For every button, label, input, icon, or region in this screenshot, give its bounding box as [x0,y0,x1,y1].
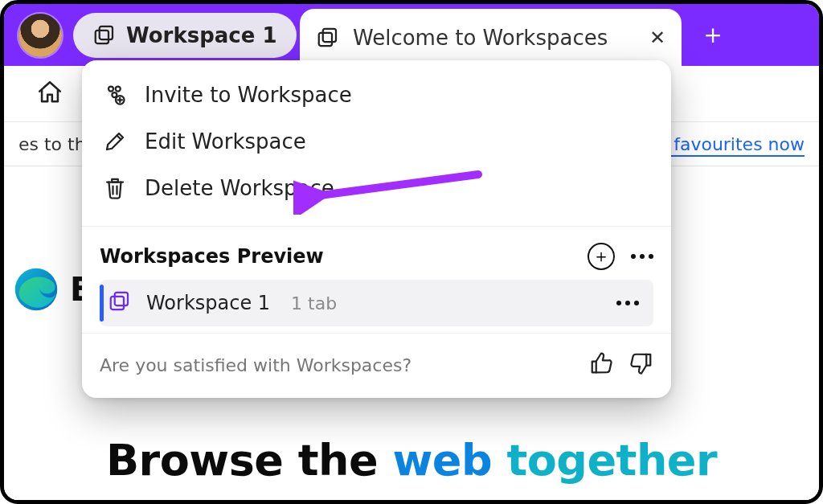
close-tab-button[interactable]: ✕ [649,27,665,49]
svg-rect-1 [96,30,109,43]
more-button[interactable] [631,254,653,259]
thumbs-down-button[interactable] [629,351,653,379]
svg-rect-2 [323,28,336,41]
workspace-tab-count: 1 tab [291,293,602,313]
menu-item-invite[interactable]: Invite to Workspace [88,72,665,118]
workspace-chip-label: Workspace 1 [126,23,277,47]
thumbs-up-button[interactable] [589,351,613,379]
headline-part-teal: together [506,435,717,486]
home-button[interactable] [36,79,63,109]
svg-rect-3 [319,32,332,45]
edge-logo-icon [14,267,59,312]
feedback-row: Are you satisfied with Workspaces? [82,333,671,398]
thumbs-up-icon [589,351,613,375]
workspace-icon [92,23,117,47]
workspace-row[interactable]: Workspace 1 1 tab [100,280,653,326]
svg-point-5 [109,87,113,92]
svg-point-6 [116,87,121,92]
headline-part-blue: web [392,435,506,486]
add-workspace-button[interactable]: ＋ [588,243,615,270]
favourites-link[interactable]: e favourites now [657,134,805,154]
workspace-chip[interactable]: Workspace 1 [73,13,297,58]
people-add-icon [103,83,127,107]
menu-item-delete[interactable]: Delete Workspace [88,165,665,211]
tab-title: Welcome to Workspaces [353,26,637,50]
svg-rect-9 [115,293,128,305]
thumbs-down-icon [629,351,653,375]
headline-part-plain: Browse the [106,435,393,486]
workspace-menu: Invite to Workspace Edit Workspace Delet… [82,60,671,226]
browser-window: Workspace 1 Welcome to Workspaces ✕ ＋ es… [0,0,823,504]
trash-icon [103,176,127,200]
workspace-icon [316,26,340,50]
workspace-popover: Invite to Workspace Edit Workspace Delet… [82,60,671,398]
svg-rect-0 [100,26,113,39]
home-icon [36,79,63,106]
workspace-name: Workspace 1 [146,292,270,314]
new-tab-button[interactable]: ＋ [694,15,732,54]
edge-brand-row: E [14,267,92,312]
workspaces-preview-section: Workspaces Preview ＋ Workspace 1 1 tab [82,227,671,333]
page-headline: Browse the web together [4,435,819,486]
workspaces-preview-title: Workspaces Preview [100,245,571,268]
menu-label: Delete Workspace [145,176,334,200]
feedback-question: Are you satisfied with Workspaces? [100,355,573,375]
workspace-icon [108,289,132,317]
profile-avatar[interactable] [18,14,62,57]
menu-item-edit[interactable]: Edit Workspace [88,118,665,165]
pencil-icon [103,129,127,154]
menu-label: Invite to Workspace [145,83,352,107]
workspace-row-more-button[interactable] [616,301,639,305]
workspaces-preview-header: Workspaces Preview ＋ [100,243,653,270]
svg-rect-10 [111,297,124,309]
browser-tab[interactable]: Welcome to Workspaces ✕ [300,9,682,66]
menu-label: Edit Workspace [145,129,306,154]
